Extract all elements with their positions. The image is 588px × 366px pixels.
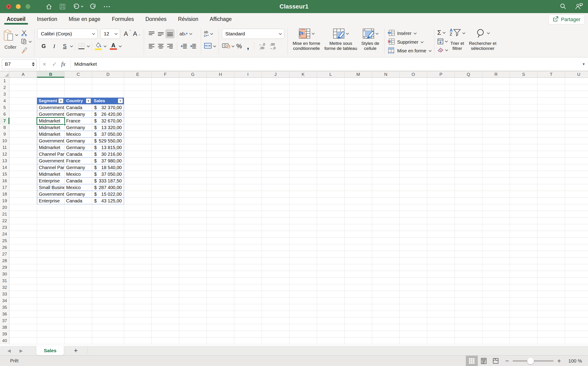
cell-L20[interactable] — [317, 204, 345, 211]
cell-G27[interactable] — [179, 251, 207, 258]
row-header-27[interactable]: 27 — [0, 251, 9, 258]
cell-D40[interactable] — [92, 337, 124, 344]
copy-button[interactable] — [21, 38, 31, 46]
increase-decimal-button[interactable]: ←,0,00 — [259, 43, 265, 50]
cell-I33[interactable] — [234, 291, 262, 297]
cell-Q37[interactable] — [455, 318, 482, 324]
cell-U31[interactable] — [565, 278, 588, 284]
filter-dropdown-button[interactable]: ▼ — [118, 98, 123, 103]
cell-L12[interactable] — [317, 151, 345, 158]
cell-M16[interactable] — [345, 178, 372, 184]
cell-E29[interactable] — [124, 264, 151, 271]
borders-button[interactable] — [77, 43, 89, 49]
cell-E12[interactable] — [124, 151, 151, 158]
cell-K29[interactable] — [289, 264, 317, 271]
cell-D36[interactable] — [92, 311, 124, 318]
cell-E1[interactable] — [124, 78, 151, 84]
cell-J31[interactable] — [262, 278, 289, 284]
cell-R8[interactable] — [482, 124, 510, 131]
column-header-G[interactable]: G — [179, 71, 207, 77]
cell-P1[interactable] — [427, 78, 455, 84]
cell-U7[interactable] — [565, 118, 588, 124]
cell-B7[interactable]: Midmarket — [37, 118, 65, 124]
cell-C32[interactable] — [65, 284, 92, 291]
cell-A11[interactable] — [9, 144, 37, 151]
cell-T28[interactable] — [537, 258, 565, 264]
cell-H6[interactable] — [207, 111, 234, 118]
cell-N35[interactable] — [372, 304, 400, 311]
cell-N19[interactable] — [372, 198, 400, 204]
cell-H29[interactable] — [207, 264, 234, 271]
cell-M28[interactable] — [345, 258, 372, 264]
cell-U15[interactable] — [565, 171, 588, 178]
cell-L31[interactable] — [317, 278, 345, 284]
cell-N32[interactable] — [372, 284, 400, 291]
cell-S33[interactable] — [510, 291, 537, 297]
row-header-5[interactable]: 5 — [0, 104, 9, 111]
cell-C25[interactable] — [65, 237, 92, 244]
cell-L22[interactable] — [317, 218, 345, 224]
cell-T30[interactable] — [537, 271, 565, 278]
cell-M5[interactable] — [345, 104, 372, 111]
cell-J27[interactable] — [262, 251, 289, 258]
cell-S4[interactable] — [510, 98, 537, 104]
cell-S14[interactable] — [510, 164, 537, 171]
cell-B11[interactable]: Midmarket — [37, 144, 65, 151]
zoom-in-button[interactable]: + — [557, 357, 561, 365]
cell-S10[interactable] — [510, 138, 537, 144]
cell-I20[interactable] — [234, 204, 262, 211]
cell-I34[interactable] — [234, 297, 262, 304]
align-center-button[interactable] — [156, 42, 165, 51]
cell-B19[interactable]: Enterprise — [37, 198, 65, 204]
cell-B1[interactable] — [37, 78, 65, 84]
cell-G38[interactable] — [179, 324, 207, 331]
cell-R3[interactable] — [482, 91, 510, 98]
column-header-D[interactable]: D — [92, 71, 124, 77]
cell-K3[interactable] — [289, 91, 317, 98]
cell-I23[interactable] — [234, 224, 262, 231]
cell-F27[interactable] — [151, 251, 179, 258]
cell-C30[interactable] — [65, 271, 92, 278]
increase-indent-button[interactable] — [188, 42, 198, 51]
cell-C7[interactable]: France — [65, 118, 92, 124]
cell-Q24[interactable] — [455, 231, 482, 237]
cell-T16[interactable] — [537, 178, 565, 184]
cell-N9[interactable] — [372, 131, 400, 138]
cell-U23[interactable] — [565, 224, 588, 231]
row-header-29[interactable]: 29 — [0, 264, 9, 271]
cell-P11[interactable] — [427, 144, 455, 151]
cell-G5[interactable] — [179, 104, 207, 111]
cell-B34[interactable] — [37, 297, 65, 304]
cell-I3[interactable] — [234, 91, 262, 98]
row-header-21[interactable]: 21 — [0, 211, 9, 218]
cell-A22[interactable] — [9, 218, 37, 224]
cell-C3[interactable] — [65, 91, 92, 98]
cell-R18[interactable] — [482, 191, 510, 198]
column-header-H[interactable]: H — [207, 71, 234, 77]
row-header-17[interactable]: 17 — [0, 184, 9, 191]
cell-N34[interactable] — [372, 297, 400, 304]
cell-U29[interactable] — [565, 264, 588, 271]
cell-T24[interactable] — [537, 231, 565, 237]
cell-J9[interactable] — [262, 131, 289, 138]
cell-R33[interactable] — [482, 291, 510, 297]
cell-T1[interactable] — [537, 78, 565, 84]
cell-F15[interactable] — [151, 171, 179, 178]
cell-J3[interactable] — [262, 91, 289, 98]
cell-D10[interactable]: $529 550,00 — [92, 138, 124, 144]
cell-Q32[interactable] — [455, 284, 482, 291]
cell-B24[interactable] — [37, 231, 65, 237]
cell-T12[interactable] — [537, 151, 565, 158]
cell-J24[interactable] — [262, 231, 289, 237]
cell-S23[interactable] — [510, 224, 537, 231]
cell-Q36[interactable] — [455, 311, 482, 318]
cell-U18[interactable] — [565, 191, 588, 198]
cell-O34[interactable] — [400, 297, 427, 304]
cell-C14[interactable]: Germany — [65, 164, 92, 171]
cell-P16[interactable] — [427, 178, 455, 184]
cell-R1[interactable] — [482, 78, 510, 84]
cell-O26[interactable] — [400, 244, 427, 251]
cell-S31[interactable] — [510, 278, 537, 284]
cell-B3[interactable] — [37, 91, 65, 98]
cell-B25[interactable] — [37, 237, 65, 244]
